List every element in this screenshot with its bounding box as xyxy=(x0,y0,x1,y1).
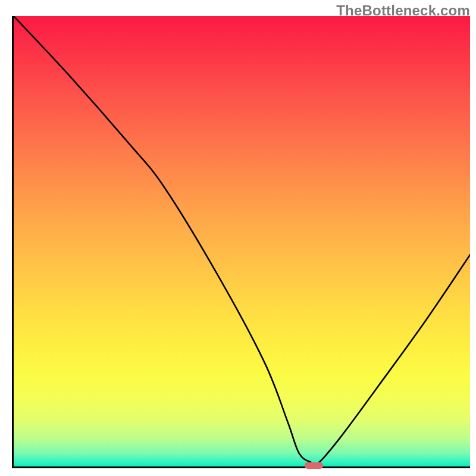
optimum-marker xyxy=(305,462,323,469)
bottleneck-curve xyxy=(14,16,470,464)
plot-area xyxy=(12,16,470,468)
chart-frame: TheBottleneck.com xyxy=(0,0,476,476)
curve-layer xyxy=(14,16,470,466)
